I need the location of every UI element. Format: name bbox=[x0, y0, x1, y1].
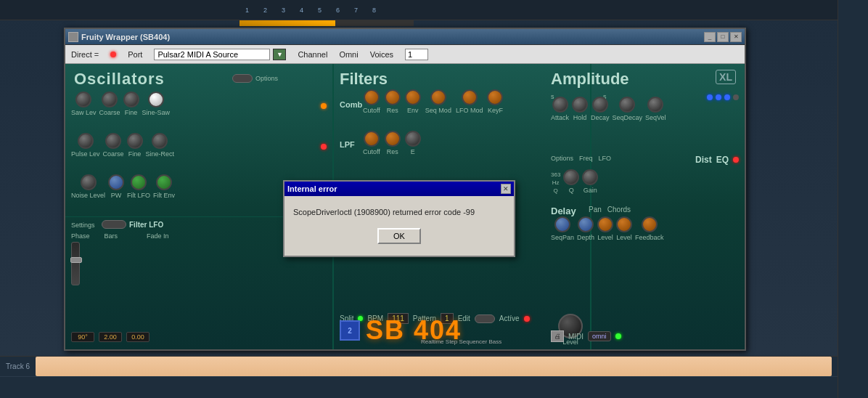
comb-cutoff-knob[interactable] bbox=[364, 89, 380, 105]
comb-res-label: Res bbox=[387, 107, 398, 114]
comb-cutoff-label: Cutoff bbox=[363, 107, 380, 114]
ruler-mark-7: 7 bbox=[354, 7, 358, 14]
dist-label: Dist bbox=[695, 155, 712, 165]
error-ok-button[interactable]: OK bbox=[377, 228, 421, 244]
amp-hold-knob[interactable] bbox=[572, 97, 588, 113]
settings-area: Settings bbox=[71, 220, 95, 229]
delay-depth-knob[interactable] bbox=[578, 216, 594, 232]
fine1-knob[interactable] bbox=[123, 92, 139, 107]
saw-lev-knob-col: Saw Lev bbox=[71, 92, 97, 116]
dist-led[interactable] bbox=[733, 157, 739, 163]
active-led[interactable] bbox=[524, 316, 530, 322]
eq-q-knob[interactable] bbox=[563, 169, 579, 185]
pw-knob[interactable] bbox=[108, 174, 124, 190]
lpf-res-knob[interactable] bbox=[385, 131, 401, 147]
filter-lfo-toggle[interactable] bbox=[102, 220, 126, 229]
minimize-button[interactable]: _ bbox=[704, 32, 716, 42]
printer-icon[interactable]: 🖨 bbox=[551, 330, 564, 342]
delay-seqpan-label: SeqPan bbox=[551, 234, 574, 241]
comb-env-knob[interactable] bbox=[405, 89, 421, 105]
restore-button[interactable]: □ bbox=[717, 32, 729, 42]
port-input[interactable] bbox=[154, 49, 270, 60]
phase-label: Phase bbox=[71, 232, 90, 240]
amp-decay-knob[interactable] bbox=[592, 97, 608, 113]
midi-led[interactable] bbox=[615, 333, 621, 339]
port-arrow[interactable]: ▼ bbox=[273, 49, 286, 60]
voices-input[interactable] bbox=[405, 49, 428, 60]
delay-level1-knob[interactable] bbox=[597, 216, 613, 232]
comb-lfomod-knob[interactable] bbox=[462, 89, 478, 105]
amp-seqdecay-knob[interactable] bbox=[619, 97, 635, 113]
close-button[interactable]: ✕ bbox=[730, 32, 742, 42]
comb-indicator[interactable] bbox=[321, 103, 327, 109]
error-body: ScopeDriverIoctl (1908900) returned erro… bbox=[284, 196, 514, 256]
lfo-sub-labels: Phase Bars Fade In bbox=[71, 232, 169, 240]
filt-lfo-knob[interactable] bbox=[131, 174, 147, 190]
phase-slider[interactable] bbox=[71, 242, 80, 285]
fine2-knob[interactable] bbox=[127, 133, 143, 149]
delay-feedback-label: Feedback bbox=[635, 234, 664, 241]
eq-gain-knob[interactable] bbox=[582, 169, 598, 185]
error-close-button[interactable]: ✕ bbox=[501, 184, 511, 194]
brand-icon: 2 bbox=[340, 320, 360, 341]
direct-led[interactable] bbox=[110, 52, 116, 57]
delay-seqpan-knob[interactable] bbox=[554, 216, 570, 232]
comb-label: Comb bbox=[340, 100, 362, 109]
lpf-e-col: E bbox=[405, 131, 421, 155]
comb-keyf-label: KeyF bbox=[488, 107, 503, 114]
amp-led-4[interactable] bbox=[733, 94, 739, 100]
saw-lev-knob[interactable] bbox=[75, 92, 91, 107]
osc-options-toggle[interactable] bbox=[232, 74, 253, 83]
channel-value: Omni bbox=[339, 50, 358, 59]
lpf-cutoff-knob[interactable] bbox=[364, 131, 380, 147]
delay-level2-knob[interactable] bbox=[616, 216, 632, 232]
delay-feedback-knob[interactable] bbox=[642, 216, 658, 232]
lpf-e-knob[interactable] bbox=[405, 131, 421, 147]
amp-attack-knob[interactable] bbox=[552, 97, 568, 113]
amp-seqdecay-col: SeqDecay bbox=[613, 97, 643, 121]
amp-seqdecay-label: SeqDecay bbox=[613, 114, 643, 121]
filt-env-knob[interactable] bbox=[156, 174, 172, 190]
amp-led-1[interactable] bbox=[707, 94, 713, 100]
eq-gain-label: Gain bbox=[584, 187, 597, 194]
fade-in-label: Fade In bbox=[147, 232, 169, 240]
amp-freq-label: Freq bbox=[579, 155, 593, 162]
port-selector: ▼ bbox=[154, 49, 286, 60]
ruler-mark-4: 4 bbox=[300, 7, 303, 14]
amp-seqvel-knob[interactable] bbox=[647, 97, 663, 113]
edit-toggle[interactable] bbox=[475, 314, 495, 323]
fine1-knob-col: Fine bbox=[123, 92, 139, 116]
comb-seqmod-knob[interactable] bbox=[430, 89, 446, 105]
omni-label: omni bbox=[592, 333, 607, 340]
window-title: Fruity Wrapper (SB404) bbox=[81, 33, 170, 41]
sine-rect-knob[interactable] bbox=[152, 133, 168, 149]
noise-level-knob-col: Noise Level bbox=[71, 174, 105, 199]
amplitude-title: Amplitude bbox=[551, 70, 629, 89]
amp-led-2[interactable] bbox=[716, 94, 721, 100]
lpf-indicator[interactable] bbox=[321, 144, 327, 150]
lpf-res-col: Res bbox=[385, 131, 401, 155]
amp-seqvel-label: SeqVel bbox=[645, 114, 666, 121]
sine-saw-knob[interactable] bbox=[148, 92, 164, 107]
q-label: Q bbox=[554, 187, 558, 194]
amp-options-label: Options bbox=[551, 155, 573, 162]
coarse1-knob[interactable] bbox=[102, 92, 118, 107]
comb-res-knob[interactable] bbox=[385, 89, 401, 105]
comb-keyf-knob[interactable] bbox=[487, 89, 503, 105]
toolbar: Direct = Port ▼ Channel Omni Voices bbox=[65, 45, 745, 64]
comb-knobs: Cutoff Res Env Seq Mod LFO Mod bbox=[363, 89, 503, 114]
right-panel bbox=[838, 0, 868, 398]
pw-knob-col: PW bbox=[108, 174, 124, 199]
fine2-knob-col: Fine bbox=[127, 133, 143, 158]
pulse-lev-knob[interactable] bbox=[78, 133, 94, 149]
coarse2-knob-col: Coarse bbox=[103, 133, 124, 158]
amp-led-3[interactable] bbox=[724, 94, 730, 100]
comb-seqmod-label: Seq Mod bbox=[425, 107, 451, 114]
osc-options: Options bbox=[232, 74, 278, 83]
comb-keyf-col: KeyF bbox=[487, 89, 503, 114]
noise-level-knob[interactable] bbox=[81, 174, 97, 190]
sine-saw-label: Sine-Saw bbox=[142, 109, 171, 116]
track-content[interactable] bbox=[36, 357, 832, 376]
coarse2-knob[interactable] bbox=[105, 133, 121, 149]
track-label: Track 6 bbox=[6, 362, 30, 370]
